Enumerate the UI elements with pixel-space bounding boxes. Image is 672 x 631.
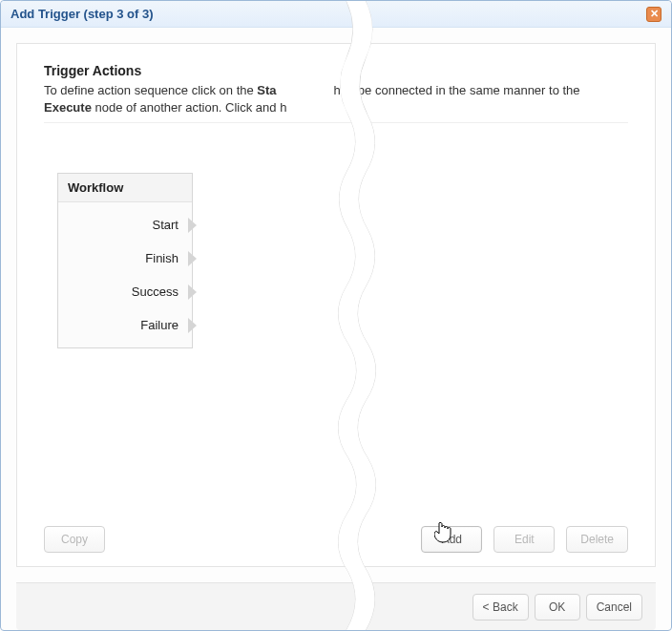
instruction-text-mid: hen be connected in the same manner to t… xyxy=(334,83,580,97)
dialog-content: Trigger Actions To define action sequenc… xyxy=(1,28,671,630)
instruction-bold-execute: Execute xyxy=(44,100,92,115)
workflow-canvas[interactable]: Workflow Start Finish Success Failure xyxy=(44,123,628,518)
workflow-box[interactable]: Workflow Start Finish Success Failure xyxy=(57,173,193,348)
workflow-node-label: Failure xyxy=(140,318,178,332)
dialog-title: Add Trigger (step 3 of 3) xyxy=(10,7,646,21)
close-icon[interactable]: ✕ xyxy=(646,7,662,22)
workflow-node-success[interactable]: Success xyxy=(58,275,188,308)
spacer xyxy=(116,526,410,553)
cancel-button[interactable]: Cancel xyxy=(586,594,642,620)
add-trigger-dialog: Add Trigger (step 3 of 3) ✕ Trigger Acti… xyxy=(0,0,672,631)
add-button[interactable]: Add xyxy=(421,526,482,553)
trigger-actions-panel: Trigger Actions To define action sequenc… xyxy=(16,43,656,567)
workflow-node-label: Finish xyxy=(145,251,178,265)
section-instructions: To define action sequence click on the S… xyxy=(44,82,628,123)
workflow-node-label: Success xyxy=(132,284,178,299)
back-button[interactable]: < Back xyxy=(472,594,529,620)
delete-button[interactable]: Delete xyxy=(566,526,628,553)
section-heading: Trigger Actions xyxy=(44,63,628,78)
workflow-node-failure[interactable]: Failure xyxy=(58,308,188,342)
instruction-bold-start: Sta xyxy=(257,83,276,97)
workflow-node-label: Start xyxy=(153,218,178,232)
workflow-body: Start Finish Success Failure xyxy=(58,202,192,347)
workflow-node-start[interactable]: Start xyxy=(58,208,188,242)
workflow-header: Workflow xyxy=(58,174,192,202)
dialog-titlebar: Add Trigger (step 3 of 3) ✕ xyxy=(1,1,671,28)
panel-button-row: Copy Add Edit Delete xyxy=(44,526,628,553)
copy-button[interactable]: Copy xyxy=(44,526,105,553)
edit-button[interactable]: Edit xyxy=(494,526,555,553)
instruction-text: To define action sequence click on the xyxy=(44,83,257,97)
instruction-text-post: node of another action. Click and h xyxy=(92,100,287,115)
ok-button[interactable]: OK xyxy=(535,594,580,620)
dialog-footer: < Back OK Cancel xyxy=(16,582,656,630)
workflow-node-finish[interactable]: Finish xyxy=(58,242,188,275)
